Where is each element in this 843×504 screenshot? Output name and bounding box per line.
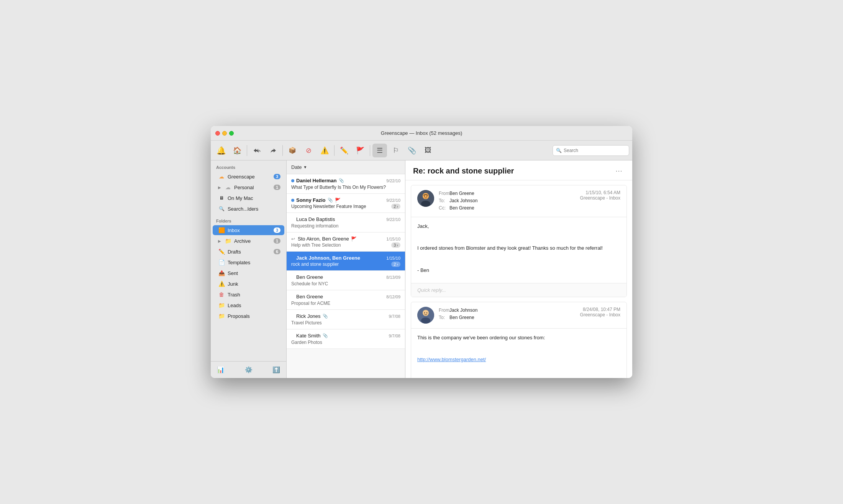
message-list: Daniel Hellerman 📎 9/22/10 What Type of …	[287, 174, 405, 378]
flag2-button[interactable]: ⚐	[389, 144, 403, 157]
message-item[interactable]: Luca De Baptistis 9/22/10 Requesting inf…	[287, 213, 405, 232]
message-item[interactable]: Ben Greene 8/12/09 Proposal for ACME	[287, 290, 405, 310]
block-button[interactable]: ⊘	[301, 144, 316, 157]
message-sender: Luca De Baptistis	[296, 216, 335, 222]
sidebar-item-inbox[interactable]: 🟧 Inbox 3	[213, 225, 284, 235]
sidebar-item-junk[interactable]: ⚠️ Junk	[213, 279, 284, 289]
message-item[interactable]: Kate Smith 📎 9/7/08 Garden Photos	[287, 329, 405, 349]
svg-point-5	[426, 196, 427, 196]
sidebar-item-trash[interactable]: 🗑 Trash	[213, 290, 284, 299]
to-label-2: To:	[439, 314, 448, 321]
email-body-2: This is the company we've been ordering …	[411, 329, 627, 378]
message-list-header: Date ▼	[287, 160, 405, 174]
message-preview: Proposal for ACME	[291, 301, 330, 306]
leads-icon: 📁	[218, 302, 225, 308]
expand-arrow-archive: ▶	[218, 239, 221, 243]
message-preview: Travel Pictures	[291, 320, 322, 326]
sidebar-label-on-my-mac: On My Mac	[228, 195, 280, 201]
chevron-right-icon: ›	[397, 204, 398, 209]
sidebar-item-greenscape[interactable]: ☁ Greenscape 3	[213, 172, 284, 182]
sidebar-item-proposals[interactable]: 📁 Proposals	[213, 311, 284, 321]
quick-reply-area[interactable]: Quick reply...	[411, 283, 627, 297]
separator-3	[334, 145, 335, 156]
archive-button[interactable]: 📦	[285, 144, 300, 157]
message-sender: Kate Smith	[296, 333, 321, 339]
sidebar-item-personal[interactable]: ▶ ☁ Personal 1	[213, 182, 284, 192]
archive-folder-icon: 📁	[225, 238, 231, 244]
svg-point-9	[424, 312, 425, 313]
reply-all-button[interactable]	[249, 144, 264, 157]
message-item[interactable]: ↩ Sto Akron, Ben Greene 🚩 1/15/10 Help w…	[287, 232, 405, 252]
sidebar-item-templates[interactable]: 📄 Templates	[213, 257, 284, 267]
home-button[interactable]: 🏠	[230, 144, 244, 157]
junk-icon: ⚠️	[218, 281, 225, 287]
message-item[interactable]: Rick Jones 📎 9/7/08 Travel Pictures	[287, 310, 405, 329]
svg-point-8	[421, 317, 430, 324]
message-item[interactable]: Daniel Hellerman 📎 9/22/10 What Type of …	[287, 174, 405, 194]
message-item[interactable]: Ben Greene 8/13/09 Schedule for NYC	[287, 271, 405, 290]
attach-button[interactable]: 📎	[405, 144, 419, 157]
templates-icon: 📄	[218, 259, 225, 265]
activity-button[interactable]: 📊	[215, 365, 227, 375]
inbox-icon: 🟧	[218, 227, 225, 233]
message-date: 9/7/08	[389, 334, 400, 338]
compose-button[interactable]: ✏️	[337, 144, 351, 157]
add-account-button[interactable]: ⬆️	[270, 365, 282, 375]
close-button[interactable]	[215, 131, 220, 136]
sidebar-item-drafts[interactable]: ✏️ Drafts 6	[213, 247, 284, 257]
sidebar-label-search-folders: Search...lders	[228, 206, 280, 212]
trash-icon: 🗑	[218, 291, 225, 298]
sidebar-label-proposals: Proposals	[228, 313, 280, 319]
search-box[interactable]: 🔍	[553, 145, 629, 156]
sidebar-item-sent[interactable]: 📤 Sent	[213, 268, 284, 278]
message-preview: Requesting information	[291, 223, 338, 229]
main-layout: Accounts ☁ Greenscape 3 ▶ ☁ Personal 1 🖥…	[211, 160, 632, 378]
search-folders-icon: 🔍	[218, 206, 225, 211]
maximize-button[interactable]	[229, 131, 234, 136]
email-meta-2: From: Jack Johnson To: Ben Greene	[439, 307, 576, 321]
message-preview: What Type of Butterfly Is This On My Flo…	[291, 185, 386, 190]
chevron-right-icon: ›	[397, 243, 398, 247]
email-header-2: From: Jack Johnson To: Ben Greene 8/24/0…	[411, 302, 627, 329]
email-date-2: 8/24/08, 10:47 PM	[580, 307, 620, 312]
minimize-button[interactable]	[222, 131, 227, 136]
email-timestamp-1: 1/15/10, 6:54 AM Greenscape - Inbox	[580, 190, 620, 201]
titlebar: Greenscape — Inbox (52 messages)	[211, 126, 632, 141]
email-line: - Ben	[417, 267, 620, 275]
accounts-section-title: Accounts	[211, 160, 286, 171]
message-item[interactable]: Jack Johnson, Ben Greene 1/15/10 rock an…	[287, 252, 405, 271]
flag-button[interactable]: 🚩	[353, 144, 367, 157]
message-date: 9/7/08	[389, 314, 400, 319]
from-value: Ben Greene	[449, 190, 474, 197]
email-timestamp-2: 8/24/08, 10:47 PM Greenscape - Inbox	[580, 307, 620, 317]
sidebar-label-leads: Leads	[228, 303, 280, 308]
message-preview: Schedule for NYC	[291, 281, 328, 286]
notification-button[interactable]: 🔔	[214, 144, 228, 157]
forward-button[interactable]	[266, 144, 280, 157]
unread-indicator	[291, 179, 294, 182]
flag-icon: 🚩	[335, 198, 341, 203]
message-item[interactable]: Sonny Fazio 📎 🚩 9/22/10 Upcoming Newslet…	[287, 194, 405, 213]
detail-menu-button[interactable]: ⋯	[613, 167, 625, 175]
blomster-link[interactable]: http://www.blomstergarden.net/	[417, 357, 486, 362]
search-icon: 🔍	[556, 148, 562, 153]
sidebar-item-leads[interactable]: 📁 Leads	[213, 300, 284, 310]
cc-label: Cc:	[439, 205, 448, 212]
sort-label: Date	[291, 164, 302, 170]
list-view-button[interactable]: ☰	[372, 144, 387, 157]
flag-icon: 🚩	[351, 236, 357, 242]
sidebar-item-on-my-mac[interactable]: 🖥 On My Mac	[213, 193, 284, 203]
warning-button[interactable]: ⚠️	[317, 144, 332, 157]
image-button[interactable]: 🖼	[421, 144, 435, 157]
message-list-pane: Date ▼ Daniel Hellerman 📎 9/22/10	[287, 160, 405, 378]
sidebar-item-search-folders[interactable]: 🔍 Search...lders	[213, 204, 284, 214]
detail-pane: Re: rock and stone supplier ⋯	[405, 160, 632, 378]
reply-arrow-icon: ↩	[291, 236, 295, 242]
search-input[interactable]	[564, 148, 626, 153]
thread-count: 2 ›	[391, 204, 400, 209]
unread-indicator	[291, 199, 294, 202]
settings-button[interactable]: ⚙️	[243, 365, 255, 375]
sidebar-item-archive[interactable]: ▶ 📁 Archive 1	[213, 236, 284, 246]
sort-button[interactable]: Date ▼	[291, 164, 307, 170]
email-line: This is the company we've been ordering …	[417, 334, 620, 342]
